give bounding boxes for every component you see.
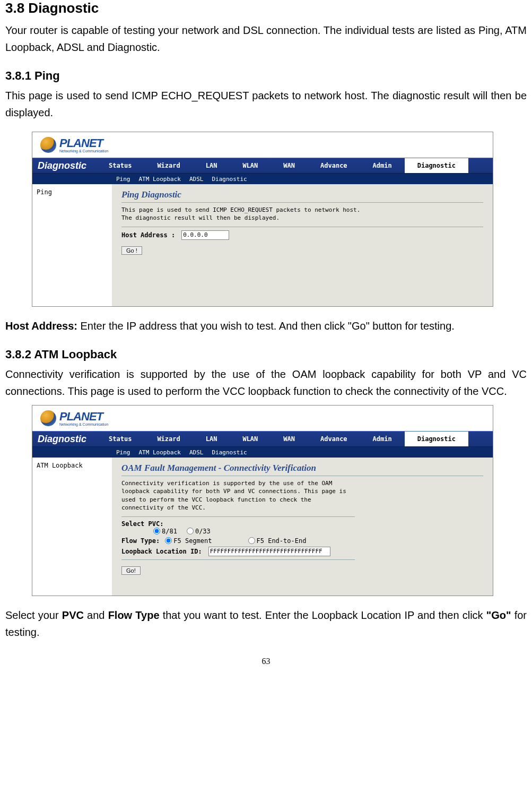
planet-logo-icon bbox=[40, 137, 56, 153]
go-button[interactable]: Go ! bbox=[121, 246, 142, 255]
main-panel: Ping Diagnostic This page is used to sen… bbox=[112, 184, 493, 306]
loopback-location-input[interactable] bbox=[208, 547, 330, 556]
subnav-diagnostic[interactable]: Diagnostic bbox=[207, 449, 251, 456]
divider bbox=[121, 227, 483, 227]
loopback-location-label: Loopback Location ID: bbox=[121, 548, 202, 555]
subnav-atm-loopback[interactable]: ATM Loopback bbox=[135, 449, 185, 456]
subnav-adsl[interactable]: ADSL bbox=[185, 449, 208, 456]
flow-type-row: Flow Type: F5 Segment F5 End-to-End bbox=[121, 537, 483, 545]
panel-desc: This page is used to send ICMP ECHO_REQU… bbox=[121, 206, 483, 222]
pvc-option-1[interactable]: 8/81 bbox=[153, 528, 177, 535]
sidebar-label: ATM Loopback bbox=[37, 462, 83, 469]
sidebar: ATM Loopback bbox=[32, 458, 112, 596]
pvc-options: 8/81 0/33 bbox=[153, 528, 483, 535]
nav-admin[interactable]: Admin bbox=[360, 435, 405, 443]
atm-desc: Connectivity verification is supported b… bbox=[5, 366, 527, 400]
section-intro: Your router is capable of testing your n… bbox=[5, 22, 527, 56]
go-button[interactable]: Go! bbox=[121, 566, 141, 575]
subnav-ping[interactable]: Ping bbox=[112, 449, 135, 456]
pvc-radio-2[interactable] bbox=[187, 528, 194, 534]
brand-tagline: Networking & Communication bbox=[59, 422, 108, 426]
page-number: 63 bbox=[5, 657, 527, 666]
flow-radio-end[interactable] bbox=[248, 537, 255, 544]
nav-diagnostic[interactable]: Diagnostic bbox=[405, 158, 468, 173]
sidebar: Ping bbox=[32, 184, 112, 306]
brand-name: PLANET bbox=[59, 411, 108, 422]
subnav-diagnostic[interactable]: Diagnostic bbox=[207, 176, 251, 183]
loopback-location-row: Loopback Location ID: bbox=[121, 547, 483, 556]
flow-option-end[interactable]: F5 End-to-End bbox=[248, 537, 307, 545]
subnav-adsl[interactable]: ADSL bbox=[185, 176, 208, 183]
panel-title: Ping Diagnostic bbox=[121, 189, 483, 203]
nav-page-title: Diagnostic bbox=[32, 160, 96, 171]
divider bbox=[121, 559, 355, 560]
header-bar: PLANET Networking & Communication bbox=[32, 132, 493, 158]
brand-name: PLANET bbox=[59, 137, 108, 149]
nav-wizard[interactable]: Wizard bbox=[144, 162, 193, 169]
nav-status[interactable]: Status bbox=[96, 162, 144, 169]
panel-title: OAM Fault Management - Connectivity Veri… bbox=[121, 463, 483, 476]
brand-text: PLANET Networking & Communication bbox=[59, 411, 108, 426]
nav-wizard[interactable]: Wizard bbox=[144, 435, 193, 443]
nav-page-title: Diagnostic bbox=[32, 434, 96, 445]
pvc-option-2[interactable]: 0/33 bbox=[187, 528, 211, 535]
nav-wlan[interactable]: WLAN bbox=[230, 162, 271, 169]
brand-text: PLANET Networking & Communication bbox=[59, 137, 108, 153]
ping-heading: 3.8.1 Ping bbox=[5, 69, 527, 83]
header-bar: PLANET Networking & Communication bbox=[32, 406, 493, 431]
nav-diagnostic[interactable]: Diagnostic bbox=[405, 432, 468, 446]
ping-desc: This page is used to send ICMP ECHO_REQU… bbox=[5, 87, 527, 121]
nav-advance[interactable]: Advance bbox=[308, 435, 360, 443]
brand-tagline: Networking & Communication bbox=[59, 149, 108, 153]
nav-admin[interactable]: Admin bbox=[360, 162, 405, 169]
select-pvc-label: Select PVC: bbox=[121, 520, 483, 528]
host-address-label: Host Address : bbox=[121, 231, 175, 239]
primary-nav: Diagnostic Status Wizard LAN WLAN WAN Ad… bbox=[32, 431, 493, 447]
nav-lan[interactable]: LAN bbox=[193, 162, 230, 169]
atm-screenshot: PLANET Networking & Communication Diagno… bbox=[32, 405, 493, 596]
main-panel: OAM Fault Management - Connectivity Veri… bbox=[112, 458, 493, 596]
section-title: 3.8 Diagnostic bbox=[5, 0, 527, 16]
planet-logo-icon bbox=[40, 410, 56, 426]
nav-wlan[interactable]: WLAN bbox=[230, 435, 271, 443]
host-address-row: Host Address : bbox=[121, 230, 483, 240]
flow-option-segment[interactable]: F5 Segment bbox=[165, 537, 212, 545]
divider bbox=[121, 516, 355, 517]
ping-screenshot: PLANET Networking & Communication Diagno… bbox=[32, 132, 493, 307]
flow-radio-segment[interactable] bbox=[165, 537, 172, 544]
sidebar-label: Ping bbox=[37, 188, 52, 196]
secondary-nav: Ping ATM Loopback ADSL Diagnostic bbox=[32, 174, 493, 184]
primary-nav: Diagnostic Status Wizard LAN WLAN WAN Ad… bbox=[32, 158, 493, 174]
nav-wan[interactable]: WAN bbox=[271, 435, 308, 443]
atm-heading: 3.8.2 ATM Loopback bbox=[5, 348, 527, 361]
nav-status[interactable]: Status bbox=[96, 435, 144, 443]
nav-wan[interactable]: WAN bbox=[271, 162, 308, 169]
nav-lan[interactable]: LAN bbox=[193, 435, 230, 443]
nav-advance[interactable]: Advance bbox=[308, 162, 360, 169]
panel-desc: Connectivity verification is supported b… bbox=[121, 479, 350, 512]
subnav-atm-loopback[interactable]: ATM Loopback bbox=[135, 176, 185, 183]
subnav-ping[interactable]: Ping bbox=[112, 176, 135, 183]
pvc-radio-1[interactable] bbox=[153, 528, 160, 534]
host-address-input[interactable] bbox=[181, 230, 229, 240]
flow-type-label: Flow Type: bbox=[121, 537, 160, 545]
ping-instruction: Host Address: Enter the IP address that … bbox=[5, 317, 527, 334]
secondary-nav: Ping ATM Loopback ADSL Diagnostic bbox=[32, 447, 493, 458]
atm-instruction: Select your PVC and Flow Type that you w… bbox=[5, 607, 527, 641]
